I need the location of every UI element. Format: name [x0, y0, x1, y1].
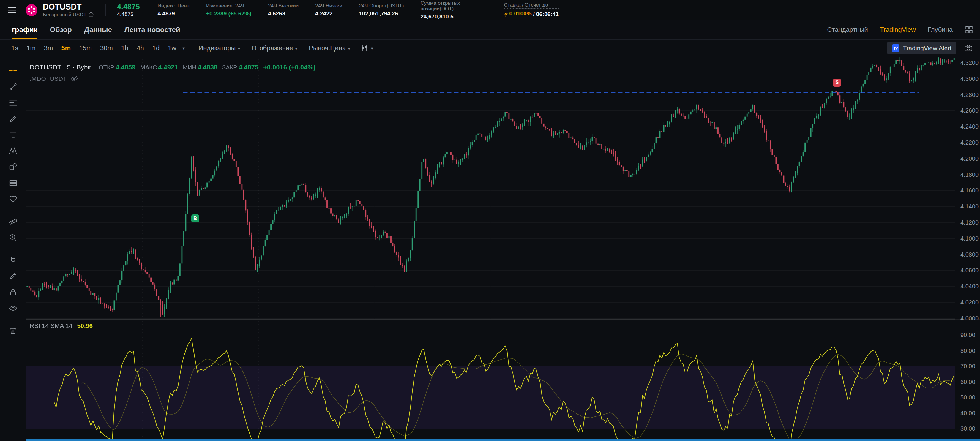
price-tick[interactable]: 4.1800: [960, 171, 978, 178]
chart-style-icon[interactable]: [360, 44, 373, 52]
ruler-tool[interactable]: [0, 214, 26, 230]
stat-label: 24Ч Низкий: [315, 3, 342, 9]
shapes-icon: [9, 162, 18, 171]
drawing-toolbar: [0, 57, 26, 441]
zoom-in-tool[interactable]: [0, 230, 26, 246]
rsi-tick[interactable]: 50.00: [960, 394, 975, 401]
price-tick[interactable]: 4.0000: [960, 315, 978, 322]
price-tick[interactable]: 4.2400: [960, 123, 978, 130]
eye-off-icon[interactable]: [70, 75, 78, 82]
symbol-block[interactable]: DOTUSDT Бессрочный USDT: [43, 2, 94, 18]
trash-icon: [9, 326, 18, 335]
timeframe-1w[interactable]: 1w: [164, 44, 180, 52]
header-divider: [105, 4, 106, 16]
timeframe-4h[interactable]: 4h: [132, 44, 148, 52]
trash-tool[interactable]: [0, 323, 26, 339]
tab-data[interactable]: Данные: [82, 20, 115, 40]
bottom-scrollbar[interactable]: [26, 439, 980, 441]
rsi-tick[interactable]: 70.00: [960, 363, 975, 370]
timeframe-15m[interactable]: 15m: [75, 44, 96, 52]
header-stat-4: 24Ч Оборот(USDT)102,051,794.26: [359, 3, 404, 17]
view-option-tradingview[interactable]: TradingView: [880, 26, 916, 33]
rsi-tick[interactable]: 30.00: [960, 425, 975, 432]
price-tick[interactable]: 4.0200: [960, 299, 978, 306]
stat-value: +0.2389 (+5.62%): [206, 10, 251, 17]
timeframe-30m[interactable]: 30m: [96, 44, 117, 52]
view-option-depth[interactable]: Глубина: [928, 26, 953, 33]
brush-tool[interactable]: [0, 111, 26, 127]
legend-symbol[interactable]: DOTUSDT · 5 · Bybit: [30, 63, 91, 71]
legend-open: ОТКР4.4859: [99, 63, 135, 71]
brush-icon: [9, 114, 18, 123]
text-icon: [9, 130, 18, 139]
price-tick[interactable]: 4.0600: [960, 267, 978, 274]
price-tick[interactable]: 4.3000: [960, 75, 978, 82]
tool-group-gap: [0, 316, 26, 323]
rsi-tick[interactable]: 90.00: [960, 332, 975, 339]
menu-icon[interactable]: [7, 5, 17, 15]
trend-line-tool[interactable]: [0, 79, 26, 95]
stat-label: 24Ч Оборот(USDT): [359, 3, 404, 9]
rsi-tick[interactable]: 60.00: [960, 379, 975, 385]
timeframe-dropdown-icon[interactable]: [180, 46, 186, 51]
rsi-title[interactable]: RSI 14 SMA 14: [30, 322, 73, 329]
stat-value: 24,670,810.5: [421, 13, 487, 20]
eye-tool[interactable]: [0, 300, 26, 316]
price-tick[interactable]: 4.2600: [960, 107, 978, 114]
info-icon[interactable]: [89, 12, 94, 17]
rsi-tick[interactable]: 80.00: [960, 347, 975, 354]
price-tick[interactable]: 4.2200: [960, 139, 978, 146]
price-tick[interactable]: 4.2000: [960, 155, 978, 162]
timeframe-1m[interactable]: 1m: [22, 44, 40, 52]
tradingview-alert-button[interactable]: TV TradingView Alert: [887, 42, 956, 54]
funding-rate[interactable]: 0.0100%: [509, 10, 532, 18]
timeframe-3m[interactable]: 3m: [40, 44, 57, 52]
tab-news-feed[interactable]: Лента новостей: [122, 20, 183, 40]
price-tick[interactable]: 4.2800: [960, 92, 978, 98]
buy-marker[interactable]: B: [191, 214, 199, 222]
heart-tool[interactable]: [0, 191, 26, 207]
grid-layout-icon[interactable]: [964, 25, 974, 34]
menu-indicators[interactable]: Индикаторы: [199, 44, 240, 52]
header-stat-6: Ставка / Отсчет до0.0100% / 06:06:41: [504, 2, 559, 18]
chart-legend: DOTUSDT · 5 · Bybit ОТКР4.4859 МАКС4.492…: [30, 63, 315, 71]
price-block: 4.4875 4.4875: [117, 2, 140, 17]
lock-icon: [9, 288, 18, 297]
price-tick[interactable]: 4.3200: [960, 59, 978, 66]
xabcd-pattern-tool[interactable]: [0, 143, 26, 159]
rsi-legend: RSI 14 SMA 14 50.96: [30, 322, 93, 329]
text-tool[interactable]: [0, 127, 26, 143]
price-tick[interactable]: 4.1200: [960, 219, 978, 226]
fib-retracement-tool[interactable]: [0, 95, 26, 111]
crosshair-tool[interactable]: [0, 63, 26, 79]
price-tick[interactable]: 4.1600: [960, 187, 978, 194]
timeframe-1h[interactable]: 1h: [117, 44, 132, 52]
view-option-standard[interactable]: Стандартный: [827, 26, 868, 33]
price-chart-canvas[interactable]: [26, 57, 955, 439]
rsi-tick[interactable]: 40.00: [960, 410, 975, 417]
shapes-tool[interactable]: [0, 159, 26, 175]
tab-chart[interactable]: график: [10, 20, 40, 40]
price-tick[interactable]: 4.0400: [960, 283, 978, 290]
toolbar-separator: [192, 44, 192, 52]
tab-overview[interactable]: Обзор: [48, 20, 74, 40]
screenshot-camera-icon[interactable]: [964, 44, 973, 52]
price-tick[interactable]: 4.1000: [960, 235, 978, 242]
lock-tool[interactable]: [0, 284, 26, 300]
pane-divider[interactable]: [26, 319, 980, 320]
timeframe-1s[interactable]: 1s: [7, 44, 22, 52]
magnet-tool[interactable]: [0, 252, 26, 268]
polkadot-logo-icon: [25, 4, 37, 16]
symbol-title[interactable]: DOTUSDT: [43, 2, 94, 11]
long-position-tool[interactable]: [0, 175, 26, 191]
legend-change: +0.0016 (+0.04%): [263, 63, 315, 71]
price-tick[interactable]: 4.0800: [960, 251, 978, 258]
price-tick[interactable]: 4.1400: [960, 203, 978, 210]
menu-display[interactable]: Отображение: [251, 44, 298, 52]
menu-market-price[interactable]: Рыноч.Цена: [309, 44, 350, 52]
rsi-value: 50.96: [77, 322, 93, 329]
timeframe-1d[interactable]: 1d: [148, 44, 164, 52]
timeframe-5m[interactable]: 5m: [57, 44, 75, 52]
sell-marker[interactable]: S: [833, 79, 841, 87]
edit-tool[interactable]: [0, 268, 26, 284]
